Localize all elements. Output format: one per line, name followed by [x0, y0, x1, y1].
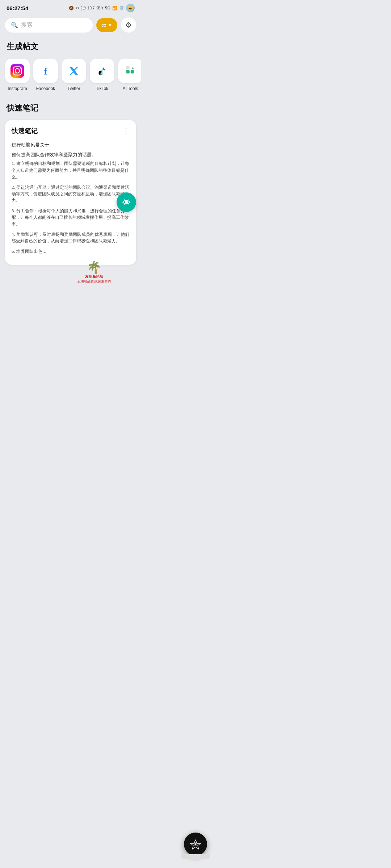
facebook-icon-wrap: f: [33, 59, 58, 83]
instagram-icon: [10, 64, 24, 78]
search-icon: 🔍: [11, 22, 18, 29]
note-subheading: 如何提高团队合作效率和凝聚力的话题。: [12, 151, 130, 159]
svg-rect-10: [126, 70, 129, 73]
fab-right-button[interactable]: [117, 192, 136, 212]
search-input[interactable]: 搜索: [21, 21, 33, 29]
note-item-4: 4. 奖励和认可：及时表扬和奖励团队成员的优秀表现，让他们感受到自己的价值，从而…: [12, 231, 130, 244]
aitools-icon-wrap: Ai: [118, 59, 141, 83]
app-item-instagram[interactable]: Instagram: [5, 59, 30, 91]
mute-icon: 🔕: [69, 6, 74, 10]
note-heading: 进行动脑风暴关于: [12, 141, 130, 149]
note-header: 快速笔记 ⋮: [12, 127, 130, 135]
twitter-icon-wrap: [62, 59, 86, 83]
note-item-1: 1. 建立明确的目标和规划：团队需要清晰的目标和计划，让每个人知道他们需要为何而…: [12, 160, 130, 180]
svg-point-3: [20, 67, 21, 69]
tiktok-icon: [96, 65, 108, 77]
note-item-3: 3. 分工合作：根据每个人的能力和兴趣，进行合理的任务分配，让每个人都能够在自己…: [12, 208, 130, 227]
search-input-wrap[interactable]: 🔍 搜索: [5, 18, 93, 33]
svg-rect-11: [131, 70, 134, 73]
quick-note-card: 快速笔记 ⋮ 进行动脑风暴关于 如何提高团队合作效率和凝聚力的话题。 1. 建立…: [5, 120, 136, 265]
app-item-tiktok[interactable]: TikTok: [90, 59, 114, 91]
note-menu-button[interactable]: ⋮: [122, 127, 130, 135]
svg-text:Ai: Ai: [132, 67, 134, 70]
quicknote-section-title: 快速笔记: [0, 97, 141, 117]
aitools-label: AI Tools: [123, 86, 138, 91]
twitter-icon: [67, 64, 80, 77]
wechat-icon: 💬: [81, 6, 86, 10]
svg-text:f: f: [44, 66, 47, 77]
tiktok-label: TikTok: [96, 86, 108, 91]
gear-icon: ⚙: [125, 21, 132, 29]
ai-button[interactable]: ∞ ✦: [96, 18, 117, 32]
app-item-aitools[interactable]: Ai AI Tools: [118, 59, 141, 91]
app-item-twitter[interactable]: Twitter: [62, 59, 86, 91]
svg-rect-0: [10, 64, 24, 78]
avatar: 🐱: [126, 4, 135, 12]
search-bar-row: 🔍 搜索 ∞ ✦ ⚙: [0, 14, 141, 35]
aitools-icon: Ai: [124, 64, 137, 77]
shield-icon: 🛡️: [119, 6, 124, 10]
note-title: 快速笔记: [12, 127, 38, 135]
note-item-5: 5. 培养团队出色…: [12, 248, 130, 255]
status-time: 06:27:54: [7, 5, 28, 11]
message-icon: ✉: [76, 6, 79, 10]
settings-button[interactable]: ⚙: [121, 17, 136, 33]
status-bar: 06:27:54 🔕 ✉ 💬 10.7 KB/s 5G 📶 🛡️ 🐱: [0, 0, 141, 14]
ai-button-icon: ∞: [101, 21, 106, 29]
svg-rect-12: [126, 66, 129, 69]
note-content: 进行动脑风暴关于 如何提高团队合作效率和凝聚力的话题。 1. 建立明确的目标和规…: [12, 141, 130, 255]
facebook-label: Facebook: [36, 86, 55, 91]
fab-right-icon: [121, 197, 132, 208]
svg-rect-8: [124, 64, 137, 77]
app-grid: Instagram f Facebook Twitter: [0, 56, 141, 97]
generate-section-title: 生成帖文: [0, 35, 141, 56]
twitter-label: Twitter: [67, 86, 80, 91]
network-type: 5G: [105, 6, 110, 10]
signal-icon: 📶: [112, 6, 117, 10]
tiktok-icon-wrap: [90, 59, 114, 83]
network-speed: 10.7 KB/s: [88, 6, 103, 10]
note-item-2: 2. 促进沟通与互动：通过定期的团队会议、沟通渠道和团建活动等方式，促进团队成员…: [12, 184, 130, 204]
app-item-facebook[interactable]: f Facebook: [33, 59, 58, 91]
watermark-title: 发现岛论坛: [69, 274, 119, 279]
instagram-icon-wrap: [5, 59, 30, 83]
ai-button-sparkle: ✦: [108, 22, 112, 28]
watermark-subtitle: 发现精品资源,探索岛屿: [69, 279, 119, 284]
instagram-label: Instagram: [8, 86, 27, 91]
status-icons: 🔕 ✉ 💬 10.7 KB/s 5G 📶 🛡️ 🐱: [69, 4, 135, 12]
facebook-icon: f: [39, 64, 52, 77]
